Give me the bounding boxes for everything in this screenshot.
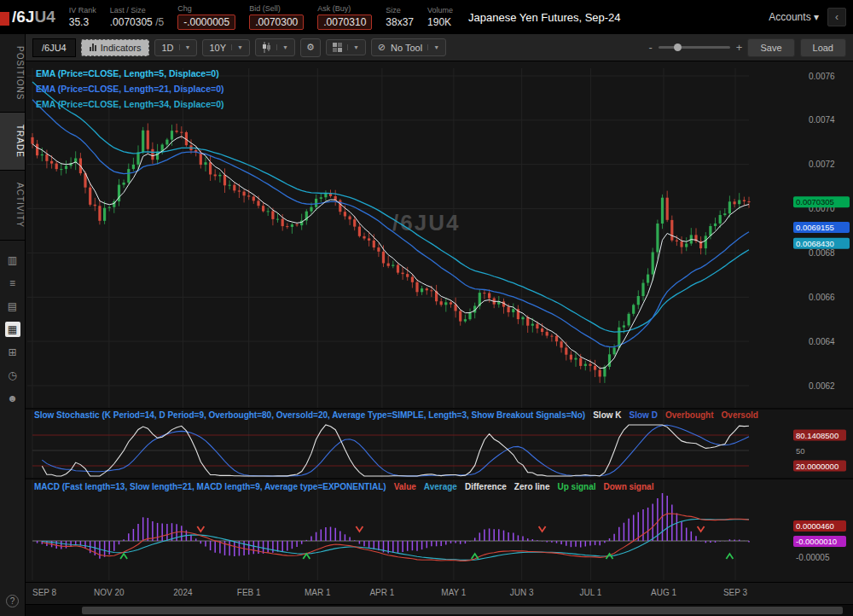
- gear-icon: ⚙: [306, 42, 315, 53]
- chart-type-select[interactable]: ▼: [255, 38, 295, 56]
- chevron-down-icon: ▼: [179, 44, 191, 50]
- svg-text:0.0070305: 0.0070305: [796, 197, 834, 206]
- svg-text:0.0074: 0.0074: [809, 115, 835, 125]
- sidebar-icons: ▥≡▤▦⊞◷☻?: [0, 241, 25, 616]
- svg-text:20.0000000: 20.0000000: [796, 462, 838, 471]
- svg-text:/6JU4: /6JU4: [392, 210, 460, 235]
- accounts-menu[interactable]: Accounts ▾: [769, 11, 819, 23]
- collapse-panel-button[interactable]: ‹: [827, 8, 846, 26]
- symbol: /6JU4: [12, 8, 55, 26]
- chevron-down-icon: ▼: [276, 44, 288, 50]
- zoom-out-button[interactable]: -: [649, 41, 653, 54]
- instrument-title: Japanese Yen Futures, Sep-24: [468, 11, 621, 24]
- chevron-down-icon: ▼: [231, 44, 243, 50]
- zoom-slider-thumb[interactable]: [674, 44, 682, 51]
- chevron-down-icon: ▼: [427, 44, 439, 50]
- price-chart[interactable]: /6JU4SEP 8NOV 202024FEB 1MAR 1APR 1MAY 1…: [26, 61, 853, 604]
- chart-icon[interactable]: ▦: [5, 322, 20, 337]
- help-icon[interactable]: ?: [6, 595, 19, 607]
- no-tool-icon: ⊘: [378, 42, 386, 53]
- symbol-contract: U4: [34, 8, 55, 26]
- volume-label: Volume: [427, 6, 453, 15]
- svg-text:APR 1: APR 1: [369, 588, 394, 597]
- bid-label: Bid (Sell): [249, 4, 304, 13]
- candlestick-icon: [262, 42, 271, 53]
- zoom-control: - +: [649, 41, 743, 54]
- svg-text:0.0076: 0.0076: [809, 72, 835, 81]
- iv-rank-label: IV Rank: [69, 6, 96, 15]
- indicator-bars-icon: [90, 44, 96, 51]
- size-label: Size: [386, 6, 414, 15]
- svg-text:AUG 1: AUG 1: [651, 588, 676, 597]
- svg-text:0.0068: 0.0068: [809, 248, 835, 258]
- range-select[interactable]: 10Y▼: [202, 39, 250, 56]
- last-size-field: Last / Size .0070305 /5: [110, 6, 164, 28]
- tab-activity[interactable]: ACTIVITY: [0, 171, 25, 241]
- chg-field: Chg -.0000005: [177, 4, 235, 30]
- svg-text:JUN 3: JUN 3: [510, 588, 534, 597]
- chart-toolbar: /6JU4 Indicators 1D▼ 10Y▼ ▼ ⚙: [26, 34, 853, 61]
- svg-text:NOV 20: NOV 20: [94, 588, 125, 597]
- svg-text:MAY 1: MAY 1: [441, 588, 467, 597]
- volume-value: 190K: [427, 16, 453, 28]
- scrollbar-thumb[interactable]: [82, 607, 843, 614]
- svg-text:2024: 2024: [173, 588, 193, 597]
- svg-text:-0.0000010: -0.0000010: [796, 537, 837, 546]
- status-flag: [0, 12, 9, 26]
- apps-grid-icon[interactable]: ⊞: [5, 345, 20, 360]
- svg-text:-0.00005: -0.00005: [796, 553, 830, 562]
- chg-value: -.0000005: [177, 15, 235, 30]
- left-sidebar: POSITIONS TRADE ACTIVITY ▥≡▤▦⊞◷☻?: [0, 34, 26, 616]
- quote-header: /6JU4 IV Rank 35.3 Last / Size .0070305 …: [0, 0, 853, 34]
- svg-text:SEP 8: SEP 8: [32, 588, 57, 597]
- last-price: .0070305: [110, 16, 153, 28]
- svg-text:0.0066: 0.0066: [809, 293, 835, 302]
- trading-app: /6JU4 IV Rank 35.3 Last / Size .0070305 …: [0, 0, 853, 616]
- svg-text:0.0062: 0.0062: [809, 381, 835, 391]
- markets-icon[interactable]: ▥: [5, 253, 20, 268]
- svg-text:0.0064: 0.0064: [809, 337, 835, 346]
- zoom-slider[interactable]: [659, 46, 730, 49]
- ask-button[interactable]: .0070310: [317, 15, 372, 30]
- ask-label: Ask (Buy): [317, 4, 372, 13]
- drawing-tool-select[interactable]: ⊘ No Tool ▼: [371, 38, 446, 56]
- svg-text:50: 50: [796, 446, 805, 456]
- chart-settings-button[interactable]: ⚙: [300, 38, 321, 57]
- svg-text:JUL 1: JUL 1: [580, 588, 602, 597]
- svg-text:FEB 1: FEB 1: [237, 588, 261, 597]
- social-icon[interactable]: ☻: [5, 391, 20, 406]
- layout-select[interactable]: ▼: [326, 39, 366, 55]
- chevron-down-icon: ▼: [347, 44, 359, 50]
- svg-text:0.0068430: 0.0068430: [796, 239, 834, 248]
- svg-text:80.1408500: 80.1408500: [796, 431, 838, 440]
- tab-positions[interactable]: POSITIONS: [0, 34, 25, 113]
- svg-text:SEP 3: SEP 3: [723, 588, 748, 597]
- svg-text:0.0069155: 0.0069155: [796, 223, 834, 232]
- size-value: 38x37: [386, 16, 414, 28]
- load-button[interactable]: Load: [800, 38, 846, 57]
- bid-button[interactable]: .0070300: [249, 15, 304, 30]
- iv-rank-value: 35.3: [69, 16, 96, 28]
- iv-rank-field: IV Rank 35.3: [69, 6, 96, 28]
- zoom-in-button[interactable]: +: [736, 41, 743, 54]
- last-size-label: Last / Size: [110, 6, 164, 15]
- svg-text:0.0072: 0.0072: [809, 160, 835, 169]
- volume-field: Volume 190K: [427, 6, 453, 28]
- tab-trade[interactable]: TRADE: [0, 113, 25, 171]
- journal-icon[interactable]: ▤: [5, 299, 20, 314]
- chg-label: Chg: [177, 4, 235, 13]
- symbol-root: /6J: [12, 8, 34, 26]
- watchlist-icon[interactable]: ≡: [5, 276, 20, 291]
- timeframe-select[interactable]: 1D▼: [154, 39, 197, 56]
- ask-field: Ask (Buy) .0070310: [317, 4, 372, 30]
- indicators-button[interactable]: Indicators: [81, 39, 150, 56]
- history-icon[interactable]: ◷: [5, 368, 20, 383]
- chart-area: /6JU4SEP 8NOV 202024FEB 1MAR 1APR 1MAY 1…: [26, 61, 853, 604]
- svg-text:MAR 1: MAR 1: [305, 588, 331, 597]
- chart-symbol-tab[interactable]: /6JU4: [32, 38, 76, 57]
- chart-scrollbar[interactable]: [26, 604, 853, 616]
- chevron-down-icon: ▾: [814, 11, 819, 23]
- size-field: Size 38x37: [386, 6, 414, 28]
- grid-layout-icon: [333, 43, 342, 52]
- save-button[interactable]: Save: [747, 38, 794, 57]
